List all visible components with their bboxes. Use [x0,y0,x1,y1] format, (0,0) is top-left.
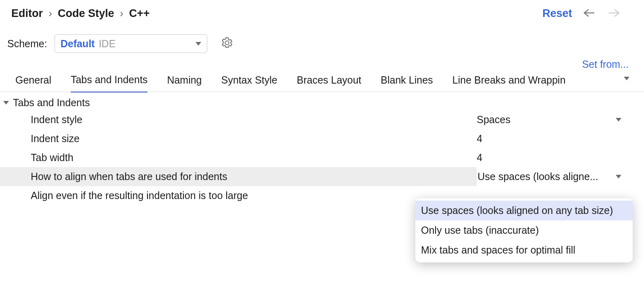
row-label: Indent style [31,114,477,126]
tabs-bar: General Tabs and Indents Naming Syntax S… [0,70,644,92]
dropdown-option-only-tabs[interactable]: Only use tabs (inaccurate) [415,220,633,240]
scheme-label: Scheme: [7,38,47,50]
dropdown-option-use-spaces[interactable]: Use spaces (looks aligned on any tab siz… [415,201,633,220]
reset-button[interactable]: Reset [542,7,572,20]
row-label: Tab width [31,152,477,164]
gear-icon [221,37,233,49]
row-value-select[interactable]: Spaces [477,114,629,126]
nav-arrows [583,8,633,19]
set-from-link[interactable]: Set from... [582,59,629,70]
scheme-value-name: Default [61,38,95,50]
breadcrumb: Editor › Code Style › C++ [11,7,150,20]
breadcrumb-separator: › [48,7,52,20]
tab-line-breaks[interactable]: Line Breaks and Wrappin [452,74,566,92]
header-row: Editor › Code Style › C++ Reset [0,0,644,20]
scheme-value-scope: IDE [99,38,116,50]
scheme-select[interactable]: Default IDE [55,34,207,53]
set-from-row: Set from... [0,53,644,70]
scheme-actions-button[interactable] [221,37,233,50]
section-title: Tabs and Indents [13,97,90,109]
row-label: Indent size [31,133,477,145]
breadcrumb-code-style[interactable]: Code Style [58,7,114,20]
breadcrumb-cpp: C++ [129,7,150,20]
chevron-down-icon [616,175,621,178]
tab-general[interactable]: General [15,74,51,92]
tab-blank-lines[interactable]: Blank Lines [381,74,433,92]
row-indent-style[interactable]: Indent style Spaces [0,110,644,129]
row-label: Align even if the resulting indentation … [31,190,477,201]
section-header[interactable]: Tabs and Indents [0,92,644,110]
breadcrumb-separator: › [120,7,124,20]
dropdown-option-mix[interactable]: Mix tabs and spaces for optimal fill [415,240,633,260]
row-value-select[interactable]: Use spaces (looks aligne... [477,167,644,186]
tab-syntax-style[interactable]: Syntax Style [221,74,278,92]
breadcrumb-editor[interactable]: Editor [11,7,43,20]
row-label: How to align when tabs are used for inde… [31,171,227,182]
forward-arrow-icon [608,8,621,19]
chevron-down-icon [196,42,201,46]
collapse-icon [3,101,9,105]
tabs-overflow-chevron-icon[interactable] [624,77,629,80]
row-indent-size[interactable]: Indent size 4 [0,129,644,148]
scheme-row: Scheme: Default IDE [0,20,644,53]
row-value[interactable]: 4 [477,152,629,164]
row-value[interactable]: 4 [477,133,629,145]
tab-braces-layout[interactable]: Braces Layout [297,74,361,92]
row-how-to-align[interactable]: How to align when tabs are used for inde… [0,167,644,186]
chevron-down-icon [616,118,621,122]
row-tab-width[interactable]: Tab width 4 [0,148,644,167]
dropdown-popup: Use spaces (looks aligned on any tab siz… [415,198,633,262]
back-arrow-icon[interactable] [583,8,595,19]
tab-tabs-and-indents[interactable]: Tabs and Indents [71,74,147,93]
tab-naming[interactable]: Naming [167,74,202,92]
